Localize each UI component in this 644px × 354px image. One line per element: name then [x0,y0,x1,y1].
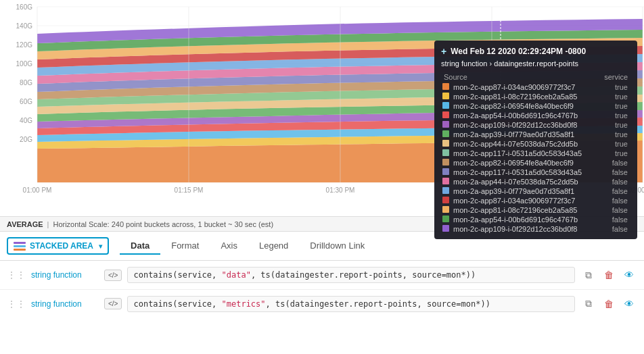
tooltip-row: mon-2a-app54-i-00b6d691c96c4767b false [441,215,630,224]
service-value: true [598,82,630,92]
color-swatch [442,140,449,147]
tooltip-row: mon-2c-app87-i-034ac90069772f3c7 true [441,82,630,92]
drag-handle[interactable]: ⋮⋮ [7,299,26,309]
tooltip-plus-icon: + [441,46,446,57]
color-swatch [442,168,449,175]
query-label-1[interactable]: string function [31,270,99,280]
chart-area: 160G 140G 120G 100G 80G 60G 40G 20G [0,0,644,216]
tooltip-path: string function › dataingester.report-po… [441,59,630,68]
source-label: mon-2a-app39-i-0f779ae0d7d35a8f1 [451,130,598,139]
service-value: false [598,158,630,168]
query-label-2[interactable]: string function [31,299,99,309]
color-swatch [442,159,449,166]
service-value: false [598,177,630,186]
color-swatch [442,178,449,184]
tooltip-row: mon-2a-app54-i-00b6d691c96c4767b true [441,111,630,120]
tooltip-row: mon-2c-app87-i-034ac90069772f3c7 false [441,196,630,205]
query-actions-2: ⧉ 🗑 👁 [580,296,637,312]
tab-axis[interactable]: Axis [210,238,248,255]
svg-text:01:15 PM: 01:15 PM [175,186,204,194]
color-swatch [442,206,449,213]
service-value: false [598,196,630,205]
source-label: mon-2c-app117-i-0531a5d0c583d43a5 [451,149,598,158]
source-label: mon-2c-app109-i-0f292d12cc36bd0f8 [451,224,598,234]
viz-selector[interactable]: STACKED AREA ▾ [7,237,109,255]
service-value: true [598,139,630,149]
tooltip-row: mon-2c-app82-i-06954fe8a40bec6f9 false [441,158,630,168]
query-rows: ⋮⋮ string function </> contains(service,… [0,261,644,318]
tooltip-row: mon-2c-app81-i-08c72196ceb2a5a85 false [441,205,630,215]
service-value: false [598,186,630,196]
svg-text:140G: 140G [16,22,33,30]
source-label: mon-2c-app82-i-06954fe8a40bec6f9 [451,158,598,168]
source-label: mon-2a-app44-i-07e5038da75c2dd5b [451,177,598,186]
tooltip-header: + Wed Feb 12 2020 02:29:24PM -0800 [441,46,630,57]
tooltip-row: mon-2a-app44-i-07e5038da75c2dd5b false [441,177,630,186]
tab-legend[interactable]: Legend [248,238,299,255]
svg-text:40G: 40G [20,117,32,124]
viz-chevron-icon: ▾ [99,243,102,250]
delete-button-1[interactable]: 🗑 [601,267,617,283]
query-formula-2[interactable]: contains(service, "metrics", ts(datainge… [127,296,575,312]
service-value: false [598,224,630,234]
service-value: true [598,111,630,120]
service-value: true [598,120,630,130]
tooltip-row: mon-2c-app117-i-0531a5d0c583d43a5 false [441,168,630,177]
tab-nav: Data Format Axis Legend Drilldown Link [120,238,375,255]
svg-text:120G: 120G [16,41,33,49]
svg-text:160G: 160G [16,3,33,11]
color-swatch [442,187,449,194]
source-label: mon-2c-app87-i-034ac90069772f3c7 [451,196,598,205]
visibility-button-2[interactable]: 👁 [621,296,637,312]
query-row: ⋮⋮ string function </> contains(service,… [0,261,644,289]
query-formula-1[interactable]: contains(service, "data", ts(dataingeste… [127,267,575,283]
svg-text:80G: 80G [20,79,32,86]
service-value: true [598,130,630,139]
source-label: mon-2c-app44-i-07e5038da75c2dd5b [451,139,598,149]
stacked-area-icon [14,241,26,251]
color-swatch [442,197,449,203]
copy-button-1[interactable]: ⧉ [580,267,597,283]
tab-data[interactable]: Data [120,238,160,255]
source-label: mon-2c-app109-i-0f292d12cc36bd0f8 [451,120,598,130]
service-value: true [598,101,630,111]
source-label: mon-2c-app81-i-08c72196ceb2a5a85 [451,92,598,101]
chart-tooltip: + Wed Feb 12 2020 02:29:24PM -0800 strin… [434,41,637,239]
source-label: mon-2c-app87-i-034ac90069772f3c7 [451,82,598,92]
tooltip-row: mon-2c-app109-i-0f292d12cc36bd0f8 false [441,224,630,234]
tooltip-row: mon-2c-app81-i-08c72196ceb2a5a85 true [441,92,630,101]
tooltip-row: mon-2c-app44-i-07e5038da75c2dd5b true [441,139,630,149]
service-value: true [598,149,630,158]
drag-handle[interactable]: ⋮⋮ [7,270,26,280]
copy-button-2[interactable]: ⧉ [580,296,597,312]
avg-label: AVERAGE [7,220,43,228]
visibility-button-1[interactable]: 👁 [621,267,637,283]
tooltip-timestamp: Wed Feb 12 2020 02:29:24PM -0800 [451,47,586,56]
tab-drilldown[interactable]: Drilldown Link [299,238,375,255]
viz-label: STACKED AREA [30,241,93,251]
color-swatch [442,93,449,99]
color-swatch [442,111,449,118]
service-value: false [598,205,630,215]
query-row: ⋮⋮ string function </> contains(service,… [0,289,644,318]
color-swatch [442,121,449,128]
col-service-header: service [598,72,630,82]
tooltip-table: Source service mon-2c-app87-i-034ac90069… [441,72,630,234]
tab-format[interactable]: Format [160,238,210,255]
service-value: true [598,92,630,101]
tooltip-row: mon-2c-app109-i-0f292d12cc36bd0f8 true [441,120,630,130]
color-swatch [442,216,449,222]
source-label: mon-2c-app117-i-0531a5d0c583d43a5 [451,168,598,177]
source-label: mon-2a-app54-i-00b6d691c96c4767b [451,215,598,224]
code-toggle-1[interactable]: </> [104,270,122,281]
tooltip-row: mon-2a-app39-i-0f779ae0d7d35a8f1 false [441,186,630,196]
svg-text:20G: 20G [20,136,32,143]
code-toggle-2[interactable]: </> [104,298,122,309]
color-swatch [442,225,449,232]
col-source-header: Source [441,72,598,82]
color-swatch [442,102,449,109]
svg-text:60G: 60G [20,98,32,105]
svg-text:01:30 PM: 01:30 PM [326,186,355,194]
delete-button-2[interactable]: 🗑 [601,296,617,312]
svg-text:01:00 PM: 01:00 PM [23,186,52,194]
